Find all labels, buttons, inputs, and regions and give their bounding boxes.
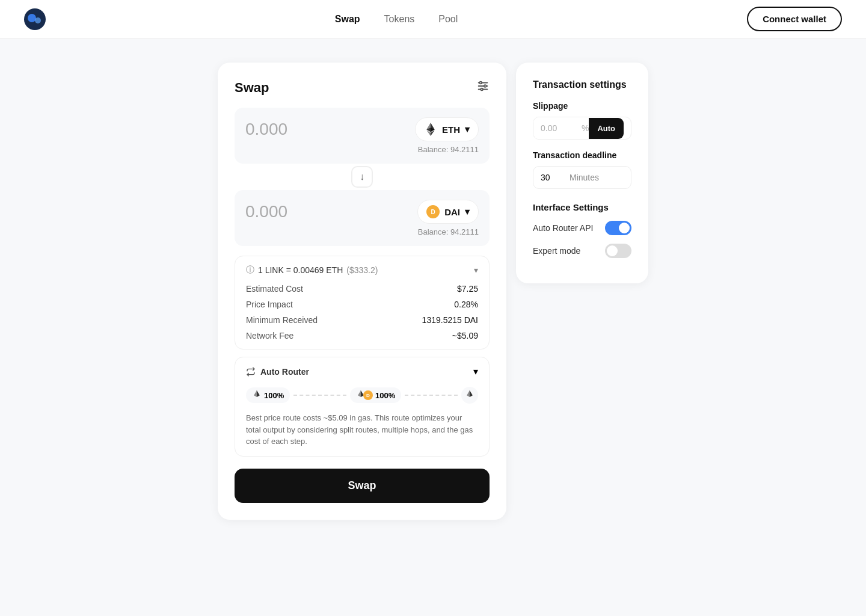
from-token-chevron: ▾ bbox=[465, 124, 470, 135]
route-from-pct: 100% bbox=[264, 391, 284, 400]
route-eth-start: 100% bbox=[246, 387, 290, 403]
to-token-chevron: ▾ bbox=[465, 206, 470, 217]
svg-point-7 bbox=[484, 85, 487, 87]
rate-row[interactable]: ⓘ 1 LINK = 0.00469 ETH ($333.2) ▾ bbox=[246, 265, 478, 276]
main-nav: Swap Tokens Pool bbox=[335, 14, 458, 25]
to-token-symbol: DAI bbox=[444, 207, 460, 217]
settings-panel-title: Transaction settings bbox=[533, 79, 631, 90]
eth-route-icon bbox=[252, 390, 262, 400]
route-eth-end bbox=[461, 387, 478, 404]
deadline-input[interactable] bbox=[541, 173, 565, 182]
nav-swap[interactable]: Swap bbox=[335, 14, 360, 25]
rate-info-icon: ⓘ bbox=[246, 265, 254, 276]
main-content: Swap bbox=[0, 38, 866, 544]
detail-row-price-impact: Price Impact 0.28% bbox=[246, 300, 478, 309]
detail-label: Network Fee bbox=[246, 331, 293, 340]
auto-router-api-toggle-thumb bbox=[619, 223, 630, 233]
svg-marker-15 bbox=[257, 390, 260, 397]
logo bbox=[24, 8, 46, 30]
slippage-label: Slippage bbox=[533, 101, 631, 111]
to-amount-input[interactable] bbox=[245, 202, 385, 221]
to-token-selector[interactable]: D DAI ▾ bbox=[417, 200, 479, 224]
detail-value: ~$5.09 bbox=[452, 331, 478, 340]
svg-point-6 bbox=[480, 82, 482, 84]
eth-icon bbox=[424, 123, 437, 136]
settings-icon bbox=[476, 79, 490, 93]
route-to-pct: 100% bbox=[375, 391, 395, 400]
router-header[interactable]: Auto Router ▾ bbox=[246, 366, 478, 377]
to-token-row: D DAI ▾ bbox=[245, 200, 479, 224]
slippage-auto-button[interactable]: Auto bbox=[589, 118, 624, 139]
dai-mid-icon: D bbox=[363, 390, 373, 400]
auto-router-label: Auto Router bbox=[260, 367, 309, 377]
auto-router-api-toggle[interactable] bbox=[605, 221, 631, 235]
auto-router-api-row: Auto Router API bbox=[533, 221, 631, 235]
svg-marker-16 bbox=[254, 390, 257, 397]
svg-marker-18 bbox=[358, 390, 361, 397]
connect-wallet-button[interactable]: Connect wallet bbox=[747, 7, 842, 31]
swap-settings-button[interactable] bbox=[476, 79, 490, 96]
nav-pool[interactable]: Pool bbox=[438, 14, 458, 25]
logo-icon bbox=[24, 8, 46, 30]
detail-label: Estimated Cost bbox=[246, 284, 303, 294]
detail-rows: Estimated Cost $7.25 Price Impact 0.28% … bbox=[246, 284, 478, 340]
route-dots-1 bbox=[293, 395, 346, 396]
slippage-percent-label: % bbox=[582, 117, 589, 139]
rate-usd: ($333.2) bbox=[346, 265, 378, 275]
expert-mode-row: Expert mode bbox=[533, 244, 631, 258]
auto-router-icon bbox=[246, 367, 256, 377]
router-chevron-icon: ▾ bbox=[473, 366, 478, 377]
to-token-box: D DAI ▾ Balance: 94.2111 bbox=[235, 190, 490, 246]
from-token-balance: Balance: 94.2111 bbox=[245, 145, 479, 154]
auto-router-api-label: Auto Router API bbox=[533, 223, 593, 233]
svg-point-2 bbox=[35, 17, 41, 23]
auto-router-box: Auto Router ▾ 100% bbox=[235, 357, 490, 457]
from-token-box: ETH ▾ Balance: 94.2111 bbox=[235, 108, 490, 164]
slippage-row: % Auto bbox=[533, 117, 631, 140]
header: Swap Tokens Pool Connect wallet bbox=[0, 0, 866, 38]
swap-card-title: Swap bbox=[235, 80, 269, 96]
detail-row-estimated-cost: Estimated Cost $7.25 bbox=[246, 284, 478, 294]
router-route: 100% D 100% bbox=[246, 387, 478, 404]
detail-row-network-fee: Network Fee ~$5.09 bbox=[246, 331, 478, 340]
detail-value: $7.25 bbox=[457, 284, 478, 294]
interface-settings-title: Interface Settings bbox=[533, 202, 631, 212]
settings-panel: Transaction settings Slippage % Auto Tra… bbox=[516, 63, 648, 283]
swap-button[interactable]: Swap bbox=[235, 469, 490, 503]
svg-point-8 bbox=[481, 88, 483, 91]
router-description: Best price route costs ~$5.09 in gas. Th… bbox=[246, 412, 478, 448]
eth-end-icon bbox=[465, 390, 474, 400]
detail-label: Price Impact bbox=[246, 300, 293, 309]
from-amount-input[interactable] bbox=[245, 120, 385, 139]
swap-card-header: Swap bbox=[235, 79, 490, 96]
from-token-symbol: ETH bbox=[442, 125, 460, 135]
svg-point-1 bbox=[28, 14, 36, 22]
slippage-input[interactable] bbox=[533, 117, 582, 139]
swap-direction-wrap: ↓ bbox=[235, 166, 490, 188]
from-token-selector[interactable]: ETH ▾ bbox=[415, 117, 479, 141]
from-token-row: ETH ▾ bbox=[245, 117, 479, 141]
expert-mode-toggle[interactable] bbox=[605, 244, 631, 258]
dai-icon: D bbox=[426, 205, 440, 218]
svg-marker-20 bbox=[467, 390, 470, 397]
nav-tokens[interactable]: Tokens bbox=[384, 14, 415, 25]
svg-marker-19 bbox=[470, 390, 473, 397]
swap-direction-button[interactable]: ↓ bbox=[351, 166, 373, 188]
rate-text: 1 LINK = 0.00469 ETH bbox=[258, 265, 343, 275]
to-token-balance: Balance: 94.2111 bbox=[245, 227, 479, 236]
detail-value: 1319.5215 DAI bbox=[422, 315, 478, 325]
route-middle-token: D 100% bbox=[350, 387, 401, 403]
route-dots-2 bbox=[405, 395, 458, 396]
swap-card: Swap bbox=[218, 63, 506, 520]
expert-mode-label: Expert mode bbox=[533, 246, 580, 256]
deadline-row: Minutes bbox=[533, 166, 631, 189]
detail-row-minimum-received: Minimum Received 1319.5215 DAI bbox=[246, 315, 478, 325]
deadline-unit-label: Minutes bbox=[570, 173, 599, 182]
deadline-label: Transaction deadline bbox=[533, 150, 631, 160]
rate-chevron-icon: ▾ bbox=[474, 265, 478, 275]
rate-details-box: ⓘ 1 LINK = 0.00469 ETH ($333.2) ▾ Estima… bbox=[235, 256, 490, 350]
expert-mode-toggle-thumb bbox=[607, 245, 618, 256]
detail-value: 0.28% bbox=[454, 300, 478, 309]
detail-label: Minimum Received bbox=[246, 315, 318, 325]
